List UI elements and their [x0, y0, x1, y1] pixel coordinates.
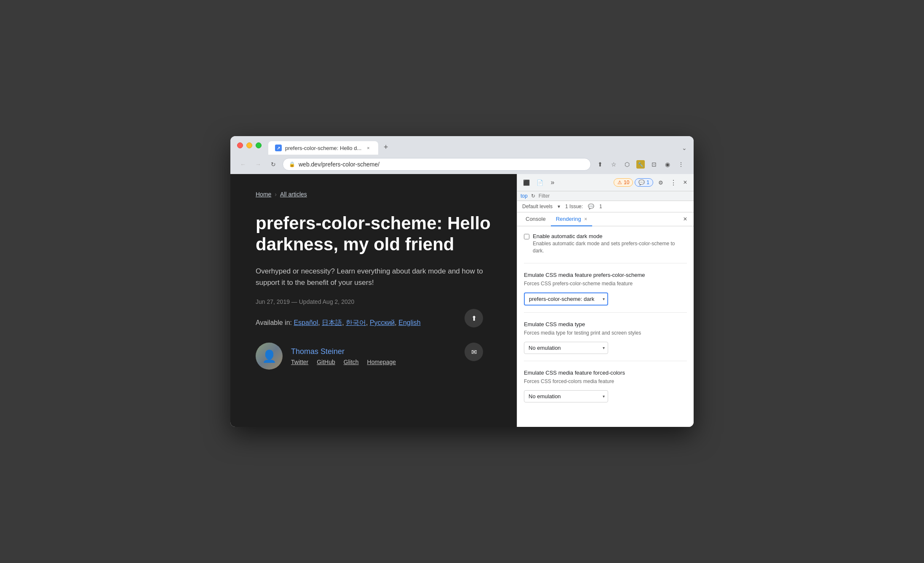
share-button[interactable]: ⬆: [594, 158, 606, 170]
author-avatar: 👤: [256, 343, 283, 370]
lang-korean[interactable]: 한국어: [346, 319, 366, 326]
devtools-tabs-row: Console Rendering × ×: [517, 212, 694, 226]
active-tab[interactable]: ↗ prefers-color-scheme: Hello d... ×: [268, 141, 378, 155]
prefers-color-scheme-select[interactable]: No emulation prefers-color-scheme: light…: [524, 292, 608, 306]
browser-window: ↗ prefers-color-scheme: Hello d... × + ⌄…: [230, 136, 694, 427]
close-traffic-light[interactable]: [237, 142, 243, 148]
levels-label[interactable]: Default levels: [522, 204, 553, 209]
forced-colors-desc: Forces CSS forced-colors media feature: [524, 378, 687, 385]
forced-colors-title: Emulate CSS media feature forced-colors: [524, 370, 687, 376]
devtools-elements-btn[interactable]: ⬛: [521, 177, 532, 188]
auto-dark-mode-checkbox[interactable]: [524, 234, 529, 239]
author-info: Thomas Steiner Twitter GitHub Glitch Hom…: [291, 347, 396, 365]
console-filter-input[interactable]: [539, 193, 690, 199]
new-tab-button[interactable]: +: [380, 141, 392, 153]
auto-dark-mode-checkbox-row: Enable automatic dark mode Enables autom…: [524, 233, 687, 255]
bookmark-button[interactable]: ☆: [608, 158, 620, 170]
auto-dark-mode-desc: Enables automatic dark mode and sets pre…: [533, 240, 687, 255]
back-button[interactable]: ←: [237, 158, 249, 170]
reload-button[interactable]: ↻: [267, 158, 279, 170]
tab-favicon: ↗: [275, 145, 282, 151]
devtools-levels: Default levels ▾ 1 Issue: 💬 1: [517, 201, 694, 212]
profile-button[interactable]: ◉: [662, 158, 673, 170]
media-type-title: Emulate CSS media type: [524, 321, 687, 327]
auto-dark-mode-title: Enable automatic dark mode: [533, 233, 687, 239]
lang-russian[interactable]: Русский: [370, 319, 395, 326]
toolbar: ← → ↻ 🔒 web.dev/prefers-color-scheme/ ⬆ …: [230, 155, 694, 174]
author-name[interactable]: Thomas Steiner: [291, 347, 396, 356]
warning-icon: ⚠: [617, 180, 622, 185]
media-type-desc: Forces media type for testing print and …: [524, 329, 687, 337]
content-area: Home › All articles prefers-color-scheme…: [230, 174, 694, 427]
levels-dropdown-icon: ▾: [558, 204, 560, 209]
article-title: prefers-color-scheme: Hello darkness, my…: [256, 213, 491, 255]
issues-count: 1: [599, 204, 602, 209]
webpage: Home › All articles prefers-color-scheme…: [230, 174, 517, 427]
rendering-tab-label: Rendering: [556, 216, 581, 222]
devtools-rendering-content: Enable automatic dark mode Enables autom…: [517, 226, 694, 427]
devtools-more-panels-btn[interactable]: »: [547, 177, 558, 188]
tab-title: prefers-color-scheme: Hello d...: [285, 145, 361, 151]
email-floating-button[interactable]: ✉: [465, 343, 483, 361]
devtools-sources-btn[interactable]: 📄: [534, 177, 546, 188]
tab-panel-close[interactable]: ×: [680, 214, 690, 224]
lang-english[interactable]: English: [398, 319, 420, 326]
address-bar[interactable]: 🔒 web.dev/prefers-color-scheme/: [283, 158, 591, 171]
warning-badge[interactable]: ⚠ 10: [614, 178, 633, 187]
forced-colors-select[interactable]: No emulation active none: [524, 390, 608, 402]
sidebar-button[interactable]: ⊡: [648, 158, 660, 170]
author-homepage[interactable]: Homepage: [367, 359, 396, 365]
breadcrumb-all-articles[interactable]: All articles: [280, 191, 307, 198]
share-floating-button[interactable]: ⬆: [465, 309, 483, 327]
devtools-top-bar: ⬛ 📄 » ⚠ 10 💬 1 ⚙ ⋮ ×: [517, 174, 694, 191]
minimize-traffic-light[interactable]: [246, 142, 252, 148]
media-type-select[interactable]: No emulation print screen: [524, 342, 608, 354]
author-section: 👤 Thomas Steiner Twitter GitHub Glitch H…: [256, 343, 491, 370]
more-button[interactable]: ⋮: [675, 158, 687, 170]
devtools-icon: 🔧: [636, 160, 645, 169]
console-top-btn[interactable]: top: [521, 193, 528, 199]
tabs-row: ↗ prefers-color-scheme: Hello d... × + ⌄: [268, 141, 687, 155]
breadcrumb-home[interactable]: Home: [256, 191, 271, 198]
auto-dark-mode-section: Enable automatic dark mode Enables autom…: [524, 233, 687, 263]
devtools-console-bar: top ↻: [517, 191, 694, 201]
media-type-select-wrapper: No emulation print screen ▾: [524, 342, 608, 354]
devtools-options-btn[interactable]: ⋮: [668, 177, 678, 188]
author-github[interactable]: GitHub: [317, 359, 335, 365]
article-subtitle: Overhyped or necessity? Learn everything…: [256, 265, 491, 288]
devtools-close-button[interactable]: ×: [680, 177, 690, 188]
available-in-label: Available in:: [256, 319, 292, 326]
console-reload-icon[interactable]: ↻: [531, 193, 535, 199]
tab-console[interactable]: Console: [521, 212, 551, 226]
auto-dark-mode-label: Enable automatic dark mode Enables autom…: [533, 233, 687, 255]
media-type-section: Emulate CSS media type Forces media type…: [524, 321, 687, 361]
prefers-color-scheme-desc: Forces CSS prefers-color-scheme media fe…: [524, 280, 687, 287]
breadcrumb-separator: ›: [275, 191, 277, 198]
available-in: Available in: Español, 日本語, 한국어, Русский…: [256, 319, 491, 327]
url-text: web.dev/prefers-color-scheme/: [299, 161, 585, 168]
devtools-button[interactable]: 🔧: [635, 158, 646, 170]
prefers-color-scheme-title: Emulate CSS media feature prefers-color-…: [524, 272, 687, 278]
info-icon: 💬: [638, 180, 645, 185]
forced-colors-section: Emulate CSS media feature forced-colors …: [524, 370, 687, 409]
extensions-button[interactable]: ⬡: [621, 158, 633, 170]
lang-japanese[interactable]: 日本語: [322, 319, 342, 326]
forward-button[interactable]: →: [252, 158, 264, 170]
info-badge[interactable]: 💬 1: [635, 178, 653, 187]
rendering-tab-close[interactable]: ×: [584, 216, 587, 222]
lang-espanol[interactable]: Español: [294, 319, 318, 326]
prefers-color-scheme-select-wrapper: No emulation prefers-color-scheme: light…: [524, 292, 608, 306]
forced-colors-select-wrapper: No emulation active none ▾: [524, 390, 608, 402]
tab-close-button[interactable]: ×: [365, 145, 371, 151]
devtools-panel: ⬛ 📄 » ⚠ 10 💬 1 ⚙ ⋮ × top ↻: [517, 174, 694, 427]
fullscreen-traffic-light[interactable]: [256, 142, 262, 148]
toolbar-actions: ⬆ ☆ ⬡ 🔧 ⊡ ◉ ⋮: [594, 158, 687, 170]
author-glitch[interactable]: Glitch: [344, 359, 359, 365]
tab-rendering[interactable]: Rendering ×: [551, 212, 593, 226]
author-twitter[interactable]: Twitter: [291, 359, 308, 365]
article-date: Jun 27, 2019 — Updated Aug 2, 2020: [256, 298, 491, 305]
tab-dropdown-button[interactable]: ⌄: [682, 145, 687, 151]
prefers-color-scheme-section: Emulate CSS media feature prefers-color-…: [524, 272, 687, 313]
title-bar: ↗ prefers-color-scheme: Hello d... × + ⌄: [230, 136, 694, 155]
devtools-settings-btn[interactable]: ⚙: [655, 177, 667, 188]
